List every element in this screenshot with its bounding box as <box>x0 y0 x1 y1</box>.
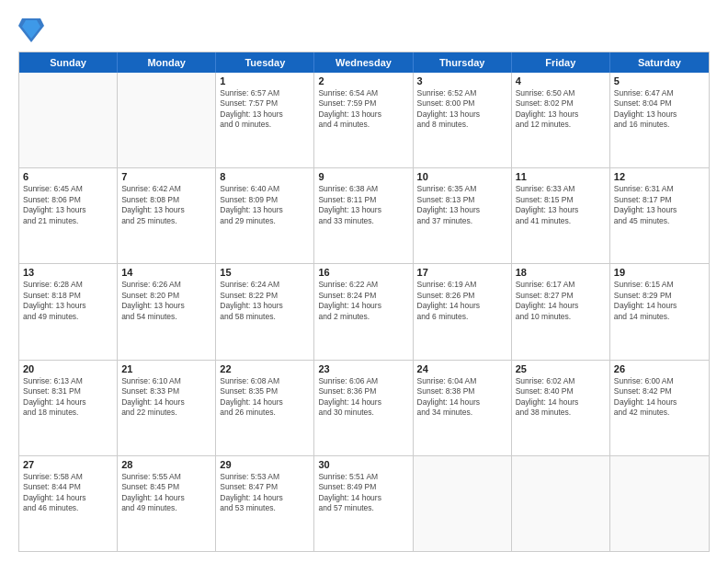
page: SundayMondayTuesdayWednesdayThursdayFrid… <box>0 0 728 563</box>
calendar-cell: 10Sunrise: 6:35 AM Sunset: 8:13 PM Dayli… <box>414 168 512 263</box>
calendar-row: 20Sunrise: 6:13 AM Sunset: 8:31 PM Dayli… <box>19 361 709 456</box>
calendar-cell: 25Sunrise: 6:02 AM Sunset: 8:40 PM Dayli… <box>512 361 610 455</box>
day-number: 20 <box>23 363 113 374</box>
calendar-cell <box>610 456 709 551</box>
calendar-cell: 29Sunrise: 5:53 AM Sunset: 8:47 PM Dayli… <box>216 456 314 551</box>
day-number: 27 <box>23 459 113 470</box>
calendar-cell: 7Sunrise: 6:42 AM Sunset: 8:08 PM Daylig… <box>118 168 216 263</box>
calendar-cell: 14Sunrise: 6:26 AM Sunset: 8:20 PM Dayli… <box>118 264 216 359</box>
cell-daylight-info: Sunrise: 6:06 AM Sunset: 8:36 PM Dayligh… <box>318 376 408 419</box>
weekday-header: Tuesday <box>216 52 314 73</box>
calendar-cell: 4Sunrise: 6:50 AM Sunset: 8:02 PM Daylig… <box>512 73 610 167</box>
cell-daylight-info: Sunrise: 6:42 AM Sunset: 8:08 PM Dayligh… <box>121 184 211 226</box>
day-number: 15 <box>220 267 310 278</box>
calendar-cell: 2Sunrise: 6:54 AM Sunset: 7:59 PM Daylig… <box>314 73 413 167</box>
svg-marker-1 <box>22 20 40 39</box>
cell-daylight-info: Sunrise: 6:00 AM Sunset: 8:42 PM Dayligh… <box>614 376 705 419</box>
day-number: 30 <box>318 459 408 470</box>
calendar-cell <box>19 73 118 167</box>
day-number: 8 <box>220 171 310 182</box>
day-number: 26 <box>614 363 705 374</box>
cell-daylight-info: Sunrise: 6:24 AM Sunset: 8:22 PM Dayligh… <box>220 280 310 322</box>
cell-daylight-info: Sunrise: 6:04 AM Sunset: 8:38 PM Dayligh… <box>417 376 507 419</box>
header <box>18 17 710 42</box>
day-number: 14 <box>121 267 211 278</box>
calendar-cell: 19Sunrise: 6:15 AM Sunset: 8:29 PM Dayli… <box>610 264 709 359</box>
calendar-cell: 15Sunrise: 6:24 AM Sunset: 8:22 PM Dayli… <box>216 264 314 359</box>
day-number: 21 <box>121 363 211 374</box>
day-number: 16 <box>318 267 408 278</box>
cell-daylight-info: Sunrise: 6:50 AM Sunset: 8:02 PM Dayligh… <box>516 88 606 131</box>
day-number: 13 <box>23 267 113 278</box>
cell-daylight-info: Sunrise: 6:38 AM Sunset: 8:11 PM Dayligh… <box>318 184 408 226</box>
weekday-header: Thursday <box>414 52 512 73</box>
calendar-row: 13Sunrise: 6:28 AM Sunset: 8:18 PM Dayli… <box>19 264 709 360</box>
day-number: 1 <box>220 75 310 86</box>
calendar-cell <box>414 456 512 551</box>
day-number: 18 <box>516 267 606 278</box>
calendar: SundayMondayTuesdayWednesdayThursdayFrid… <box>18 52 710 552</box>
day-number: 28 <box>121 459 211 470</box>
day-number: 11 <box>516 171 606 182</box>
calendar-row: 1Sunrise: 6:57 AM Sunset: 7:57 PM Daylig… <box>19 73 709 168</box>
calendar-cell: 22Sunrise: 6:08 AM Sunset: 8:35 PM Dayli… <box>216 361 314 455</box>
day-number: 24 <box>417 363 507 374</box>
calendar-cell: 20Sunrise: 6:13 AM Sunset: 8:31 PM Dayli… <box>19 361 118 455</box>
cell-daylight-info: Sunrise: 6:22 AM Sunset: 8:24 PM Dayligh… <box>318 280 408 322</box>
cell-daylight-info: Sunrise: 6:17 AM Sunset: 8:27 PM Dayligh… <box>516 280 606 322</box>
day-number: 6 <box>23 171 113 182</box>
day-number: 25 <box>516 363 606 374</box>
cell-daylight-info: Sunrise: 6:13 AM Sunset: 8:31 PM Dayligh… <box>23 376 113 419</box>
calendar-cell: 16Sunrise: 6:22 AM Sunset: 8:24 PM Dayli… <box>314 264 413 359</box>
weekday-header: Friday <box>512 52 610 73</box>
cell-daylight-info: Sunrise: 6:57 AM Sunset: 7:57 PM Dayligh… <box>220 88 310 131</box>
cell-daylight-info: Sunrise: 5:58 AM Sunset: 8:44 PM Dayligh… <box>23 472 113 514</box>
calendar-row: 27Sunrise: 5:58 AM Sunset: 8:44 PM Dayli… <box>19 456 709 551</box>
weekday-header: Wednesday <box>314 52 413 73</box>
cell-daylight-info: Sunrise: 6:15 AM Sunset: 8:29 PM Dayligh… <box>614 280 705 322</box>
cell-daylight-info: Sunrise: 6:26 AM Sunset: 8:20 PM Dayligh… <box>121 280 211 322</box>
cell-daylight-info: Sunrise: 5:55 AM Sunset: 8:45 PM Dayligh… <box>121 472 211 514</box>
calendar-cell: 23Sunrise: 6:06 AM Sunset: 8:36 PM Dayli… <box>314 361 413 455</box>
cell-daylight-info: Sunrise: 6:35 AM Sunset: 8:13 PM Dayligh… <box>417 184 507 226</box>
calendar-cell: 11Sunrise: 6:33 AM Sunset: 8:15 PM Dayli… <box>512 168 610 263</box>
day-number: 29 <box>220 459 310 470</box>
cell-daylight-info: Sunrise: 6:40 AM Sunset: 8:09 PM Dayligh… <box>220 184 310 226</box>
calendar-cell: 1Sunrise: 6:57 AM Sunset: 7:57 PM Daylig… <box>216 73 314 167</box>
day-number: 23 <box>318 363 408 374</box>
cell-daylight-info: Sunrise: 6:02 AM Sunset: 8:40 PM Dayligh… <box>516 376 606 419</box>
day-number: 3 <box>417 75 507 86</box>
cell-daylight-info: Sunrise: 6:31 AM Sunset: 8:17 PM Dayligh… <box>614 184 705 226</box>
day-number: 19 <box>614 267 705 278</box>
day-number: 2 <box>318 75 408 86</box>
calendar-cell: 30Sunrise: 5:51 AM Sunset: 8:49 PM Dayli… <box>314 456 413 551</box>
cell-daylight-info: Sunrise: 6:47 AM Sunset: 8:04 PM Dayligh… <box>614 88 705 131</box>
logo <box>18 17 44 42</box>
cell-daylight-info: Sunrise: 6:54 AM Sunset: 7:59 PM Dayligh… <box>318 88 408 131</box>
calendar-cell: 8Sunrise: 6:40 AM Sunset: 8:09 PM Daylig… <box>216 168 314 263</box>
calendar-cell: 6Sunrise: 6:45 AM Sunset: 8:06 PM Daylig… <box>19 168 118 263</box>
calendar-cell: 17Sunrise: 6:19 AM Sunset: 8:26 PM Dayli… <box>414 264 512 359</box>
cell-daylight-info: Sunrise: 6:45 AM Sunset: 8:06 PM Dayligh… <box>23 184 113 226</box>
calendar-cell: 26Sunrise: 6:00 AM Sunset: 8:42 PM Dayli… <box>610 361 709 455</box>
calendar-body: 1Sunrise: 6:57 AM Sunset: 7:57 PM Daylig… <box>19 73 709 551</box>
calendar-cell: 24Sunrise: 6:04 AM Sunset: 8:38 PM Dayli… <box>414 361 512 455</box>
calendar-cell: 28Sunrise: 5:55 AM Sunset: 8:45 PM Dayli… <box>118 456 216 551</box>
day-number: 5 <box>614 75 705 86</box>
day-number: 17 <box>417 267 507 278</box>
cell-daylight-info: Sunrise: 6:33 AM Sunset: 8:15 PM Dayligh… <box>516 184 606 226</box>
weekday-header: Sunday <box>19 52 118 73</box>
logo-icon <box>18 17 40 42</box>
calendar-cell <box>118 73 216 167</box>
calendar-cell <box>512 456 610 551</box>
calendar-row: 6Sunrise: 6:45 AM Sunset: 8:06 PM Daylig… <box>19 168 709 264</box>
calendar-header: SundayMondayTuesdayWednesdayThursdayFrid… <box>19 52 709 73</box>
calendar-cell: 3Sunrise: 6:52 AM Sunset: 8:00 PM Daylig… <box>414 73 512 167</box>
day-number: 9 <box>318 171 408 182</box>
day-number: 10 <box>417 171 507 182</box>
cell-daylight-info: Sunrise: 6:19 AM Sunset: 8:26 PM Dayligh… <box>417 280 507 322</box>
calendar-cell: 13Sunrise: 6:28 AM Sunset: 8:18 PM Dayli… <box>19 264 118 359</box>
cell-daylight-info: Sunrise: 6:08 AM Sunset: 8:35 PM Dayligh… <box>220 376 310 419</box>
cell-daylight-info: Sunrise: 5:53 AM Sunset: 8:47 PM Dayligh… <box>220 472 310 514</box>
cell-daylight-info: Sunrise: 6:52 AM Sunset: 8:00 PM Dayligh… <box>417 88 507 131</box>
